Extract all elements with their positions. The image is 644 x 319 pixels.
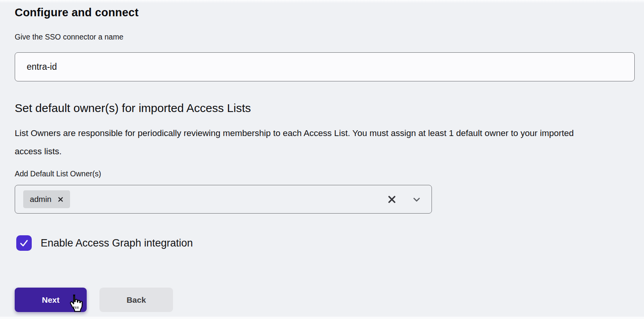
owner-chip-admin[interactable]: admin — [23, 190, 70, 208]
back-button[interactable]: Back — [99, 288, 173, 312]
owners-section-description: List Owners are responsible for periodic… — [15, 124, 591, 160]
clear-selection-x-icon[interactable] — [388, 195, 396, 203]
owner-chip-label: admin — [30, 195, 51, 204]
actions-row: Next Back — [15, 288, 173, 312]
page-title: Configure and connect — [15, 6, 139, 19]
chip-remove-x-icon[interactable] — [58, 197, 63, 202]
next-button[interactable]: Next — [15, 288, 87, 312]
default-owners-select[interactable]: admin — [15, 185, 432, 214]
access-graph-checkbox[interactable] — [16, 235, 32, 251]
chevron-down-icon[interactable] — [411, 194, 422, 205]
checkmark-icon — [19, 238, 29, 248]
connector-name-input[interactable] — [15, 52, 635, 81]
configure-and-connect-page: Configure and connect Give the SSO conne… — [0, 0, 644, 319]
connector-name-label: Give the SSO connector a name — [15, 33, 123, 41]
access-graph-row: Enable Access Graph integration — [16, 235, 193, 251]
owners-section-title: Set default owner(s) for imported Access… — [15, 102, 251, 115]
access-graph-label: Enable Access Graph integration — [41, 237, 193, 249]
default-owners-label: Add Default List Owner(s) — [15, 169, 101, 178]
select-controls — [388, 194, 422, 205]
